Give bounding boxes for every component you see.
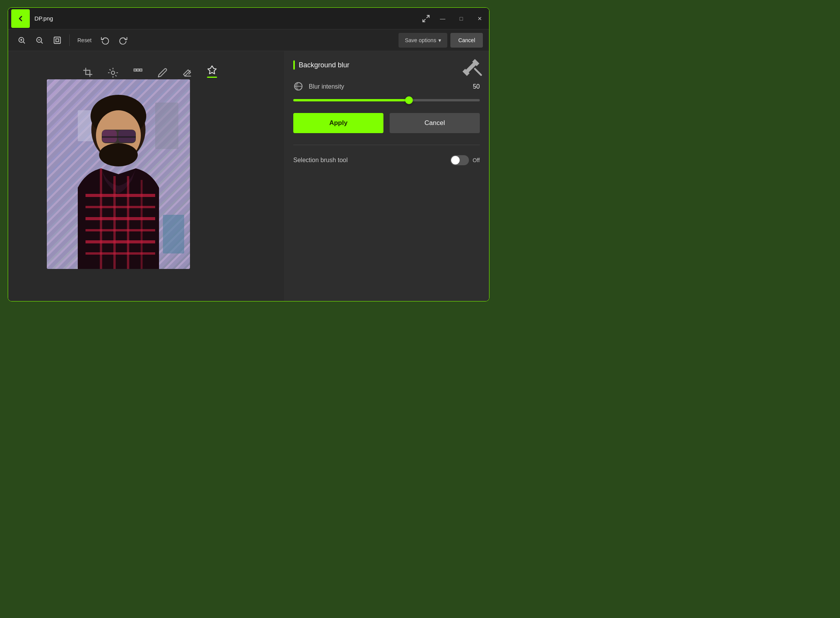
background-blur-title: Background blur [299, 61, 349, 69]
blur-icon [293, 81, 304, 92]
svg-line-7 [41, 42, 43, 43]
zoom-in-button[interactable] [14, 33, 29, 48]
adjust-tool[interactable] [108, 68, 118, 78]
save-options-chevron-icon: ▾ [438, 37, 441, 43]
blur-slider-container [293, 99, 480, 101]
action-buttons: Apply Cancel [293, 113, 480, 133]
svg-rect-27 [163, 215, 184, 253]
undo-button[interactable] [98, 33, 113, 48]
title-controls: — □ ✕ [422, 12, 486, 25]
effects-tool[interactable] [207, 65, 217, 78]
filter-tool[interactable] [133, 68, 143, 78]
svg-point-11 [111, 71, 115, 75]
panel-title: Background blur [293, 60, 480, 70]
svg-line-15 [115, 75, 116, 76]
close-button[interactable]: ✕ [474, 12, 486, 25]
svg-line-14 [109, 70, 110, 70]
save-options-label: Save options [405, 37, 436, 43]
svg-point-31 [99, 143, 138, 166]
minimize-button[interactable]: — [436, 12, 449, 25]
slider-track [293, 99, 480, 101]
panel-divider [293, 145, 480, 145]
svg-rect-18 [134, 69, 136, 71]
fit-button[interactable] [50, 33, 65, 48]
erase-tool[interactable] [182, 68, 192, 78]
image-area [8, 51, 284, 301]
slider-thumb[interactable] [405, 96, 413, 104]
svg-rect-10 [56, 39, 58, 41]
svg-rect-20 [140, 69, 142, 71]
svg-line-0 [427, 15, 429, 17]
blur-intensity-row: Blur intensity 50 [293, 81, 480, 92]
svg-line-3 [23, 42, 25, 43]
toggle-knob [451, 156, 460, 164]
svg-rect-19 [137, 69, 139, 71]
svg-rect-26 [155, 103, 178, 149]
cancel-toolbar-button[interactable]: Cancel [450, 33, 483, 48]
svg-line-1 [423, 19, 425, 21]
zoom-out-button[interactable] [32, 33, 47, 48]
app-window: DP.png — □ ✕ [8, 7, 489, 301]
title-bar: DP.png — □ ✕ [8, 8, 489, 29]
title-accent [293, 60, 295, 70]
brush-tool-toggle[interactable] [450, 155, 469, 165]
redo-button[interactable] [116, 33, 130, 48]
reset-button[interactable]: Reset [74, 36, 95, 45]
side-panel: Background blur Blur intensity 50 [284, 51, 489, 301]
cancel-panel-button[interactable]: Cancel [390, 113, 480, 133]
toolbar: Reset Save options ▾ Cancel [8, 29, 489, 51]
crop-tool[interactable] [83, 68, 93, 78]
blur-intensity-label: Blur intensity [309, 83, 468, 90]
effects-active-indicator [207, 77, 217, 78]
brush-tool-state: Off [473, 157, 480, 163]
back-button[interactable] [11, 9, 30, 28]
expand-button[interactable] [422, 14, 430, 23]
blur-intensity-value: 50 [468, 83, 480, 90]
maximize-button[interactable]: □ [455, 12, 467, 25]
save-options-button[interactable]: Save options ▾ [399, 33, 447, 48]
svg-rect-9 [54, 37, 61, 43]
hammer-decoration [462, 57, 483, 80]
toolbar-divider [69, 34, 70, 46]
photo-image [47, 79, 190, 269]
brush-tool-label: Selection brush tool [293, 157, 450, 164]
main-content: Background blur Blur intensity 50 [8, 51, 489, 301]
photo-container [47, 79, 190, 269]
brush-tool-row: Selection brush tool Off [293, 155, 480, 165]
top-tools-bar [83, 65, 217, 78]
file-name: DP.png [34, 15, 422, 22]
toggle-container: Off [450, 155, 480, 165]
svg-rect-35 [102, 136, 136, 138]
apply-button[interactable]: Apply [293, 113, 383, 133]
slider-fill [293, 99, 409, 101]
markup-tool[interactable] [157, 68, 168, 78]
